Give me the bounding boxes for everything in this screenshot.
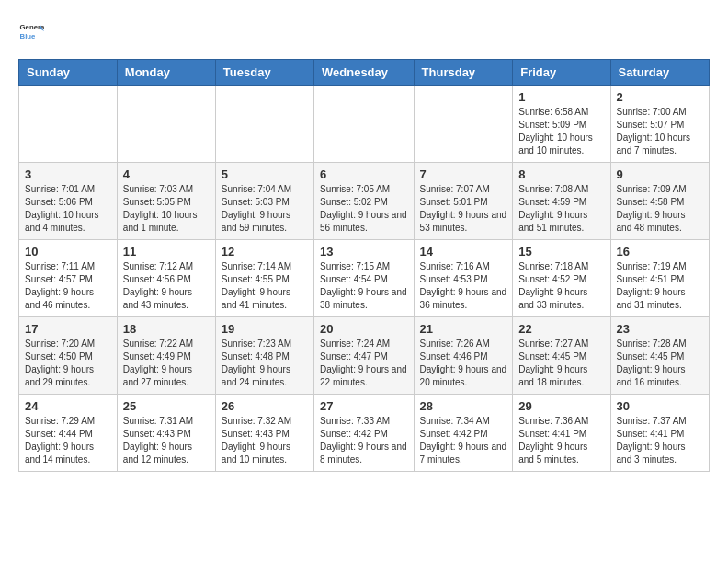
calendar-table: SundayMondayTuesdayWednesdayThursdayFrid… [18,59,710,472]
day-number: 19 [222,322,308,336]
calendar-cell: 20Sunrise: 7:24 AM Sunset: 4:47 PM Dayli… [314,317,415,395]
weekday-header-monday: Monday [117,60,215,86]
day-info: Sunrise: 7:29 AM Sunset: 4:44 PM Dayligh… [25,415,111,466]
day-number: 24 [25,399,111,413]
day-info: Sunrise: 7:14 AM Sunset: 4:55 PM Dayligh… [222,260,308,312]
calendar-cell: 16Sunrise: 7:19 AM Sunset: 4:51 PM Dayli… [610,240,709,317]
calendar-cell: 5Sunrise: 7:04 AM Sunset: 5:03 PM Daylig… [215,163,313,240]
calendar-cell: 21Sunrise: 7:26 AM Sunset: 4:46 PM Dayli… [414,317,513,395]
day-number: 18 [123,322,210,336]
weekday-header-friday: Friday [513,60,610,86]
logo-icon: General Blue [18,18,44,44]
calendar-cell: 9Sunrise: 7:09 AM Sunset: 4:58 PM Daylig… [610,163,709,240]
day-info: Sunrise: 7:16 AM Sunset: 4:53 PM Dayligh… [420,260,507,312]
day-number: 8 [518,167,604,181]
calendar-cell [117,86,215,163]
day-info: Sunrise: 7:20 AM Sunset: 4:50 PM Dayligh… [25,338,111,389]
calendar-cell: 2Sunrise: 7:00 AM Sunset: 5:07 PM Daylig… [610,86,709,163]
calendar-cell: 12Sunrise: 7:14 AM Sunset: 4:55 PM Dayli… [215,240,313,317]
day-number: 9 [617,167,703,181]
day-number: 14 [420,245,507,259]
day-number: 29 [518,399,604,413]
day-number: 13 [320,245,408,259]
calendar-cell: 30Sunrise: 7:37 AM Sunset: 4:41 PM Dayli… [610,395,709,472]
calendar-cell [19,86,118,163]
calendar-header: SundayMondayTuesdayWednesdayThursdayFrid… [19,60,710,86]
day-number: 21 [420,322,507,336]
day-number: 5 [222,167,308,181]
calendar-cell: 26Sunrise: 7:32 AM Sunset: 4:43 PM Dayli… [215,395,313,472]
day-number: 25 [123,399,210,413]
calendar-cell [215,86,313,163]
calendar-cell: 17Sunrise: 7:20 AM Sunset: 4:50 PM Dayli… [19,317,118,395]
day-number: 12 [222,245,308,259]
calendar-cell: 1Sunrise: 6:58 AM Sunset: 5:09 PM Daylig… [513,86,610,163]
day-number: 10 [25,245,111,259]
day-info: Sunrise: 7:00 AM Sunset: 5:07 PM Dayligh… [617,106,703,157]
day-number: 22 [518,322,604,336]
weekday-header-sunday: Sunday [19,60,118,86]
calendar-row: 24Sunrise: 7:29 AM Sunset: 4:44 PM Dayli… [19,395,710,472]
day-number: 15 [518,245,604,259]
calendar-cell: 6Sunrise: 7:05 AM Sunset: 5:02 PM Daylig… [314,163,415,240]
day-number: 27 [320,399,408,413]
calendar-cell: 11Sunrise: 7:12 AM Sunset: 4:56 PM Dayli… [117,240,215,317]
calendar-cell: 27Sunrise: 7:33 AM Sunset: 4:42 PM Dayli… [314,395,415,472]
calendar-cell: 8Sunrise: 7:08 AM Sunset: 4:59 PM Daylig… [513,163,610,240]
day-info: Sunrise: 7:24 AM Sunset: 4:47 PM Dayligh… [320,338,408,389]
calendar-cell: 4Sunrise: 7:03 AM Sunset: 5:05 PM Daylig… [117,163,215,240]
logo: General Blue [18,18,48,44]
calendar-cell: 23Sunrise: 7:28 AM Sunset: 4:45 PM Dayli… [610,317,709,395]
calendar-cell: 28Sunrise: 7:34 AM Sunset: 4:42 PM Dayli… [414,395,513,472]
calendar-row: 3Sunrise: 7:01 AM Sunset: 5:06 PM Daylig… [19,163,710,240]
day-info: Sunrise: 7:37 AM Sunset: 4:41 PM Dayligh… [617,415,703,466]
day-info: Sunrise: 7:09 AM Sunset: 4:58 PM Dayligh… [617,183,703,235]
calendar-cell: 14Sunrise: 7:16 AM Sunset: 4:53 PM Dayli… [414,240,513,317]
day-info: Sunrise: 7:27 AM Sunset: 4:45 PM Dayligh… [518,338,604,389]
day-info: Sunrise: 7:07 AM Sunset: 5:01 PM Dayligh… [420,183,507,235]
day-info: Sunrise: 7:34 AM Sunset: 4:42 PM Dayligh… [420,415,507,466]
day-info: Sunrise: 7:18 AM Sunset: 4:52 PM Dayligh… [518,260,604,312]
day-info: Sunrise: 7:26 AM Sunset: 4:46 PM Dayligh… [420,338,507,389]
calendar-cell: 19Sunrise: 7:23 AM Sunset: 4:48 PM Dayli… [215,317,313,395]
page-header: General Blue [18,18,710,44]
calendar-cell: 18Sunrise: 7:22 AM Sunset: 4:49 PM Dayli… [117,317,215,395]
calendar-row: 1Sunrise: 6:58 AM Sunset: 5:09 PM Daylig… [19,86,710,163]
calendar-cell: 22Sunrise: 7:27 AM Sunset: 4:45 PM Dayli… [513,317,610,395]
day-number: 3 [25,167,111,181]
day-number: 20 [320,322,408,336]
calendar-cell: 15Sunrise: 7:18 AM Sunset: 4:52 PM Dayli… [513,240,610,317]
day-info: Sunrise: 7:03 AM Sunset: 5:05 PM Dayligh… [123,183,210,235]
day-number: 4 [123,167,210,181]
calendar-cell: 24Sunrise: 7:29 AM Sunset: 4:44 PM Dayli… [19,395,118,472]
day-number: 7 [420,167,507,181]
calendar-cell: 25Sunrise: 7:31 AM Sunset: 4:43 PM Dayli… [117,395,215,472]
calendar-cell: 7Sunrise: 7:07 AM Sunset: 5:01 PM Daylig… [414,163,513,240]
calendar-cell: 13Sunrise: 7:15 AM Sunset: 4:54 PM Dayli… [314,240,415,317]
header-row: SundayMondayTuesdayWednesdayThursdayFrid… [19,60,710,86]
day-info: Sunrise: 7:36 AM Sunset: 4:41 PM Dayligh… [518,415,604,466]
day-number: 26 [222,399,308,413]
day-info: Sunrise: 7:32 AM Sunset: 4:43 PM Dayligh… [222,415,308,466]
day-number: 2 [617,90,703,104]
calendar-cell [414,86,513,163]
day-info: Sunrise: 7:15 AM Sunset: 4:54 PM Dayligh… [320,260,408,312]
svg-text:Blue: Blue [20,32,37,40]
day-info: Sunrise: 7:12 AM Sunset: 4:56 PM Dayligh… [123,260,210,312]
day-info: Sunrise: 7:19 AM Sunset: 4:51 PM Dayligh… [617,260,703,312]
day-info: Sunrise: 7:01 AM Sunset: 5:06 PM Dayligh… [25,183,111,235]
calendar-cell: 3Sunrise: 7:01 AM Sunset: 5:06 PM Daylig… [19,163,118,240]
weekday-header-saturday: Saturday [610,60,709,86]
day-info: Sunrise: 7:28 AM Sunset: 4:45 PM Dayligh… [617,338,703,389]
calendar-row: 10Sunrise: 7:11 AM Sunset: 4:57 PM Dayli… [19,240,710,317]
day-info: Sunrise: 7:33 AM Sunset: 4:42 PM Dayligh… [320,415,408,466]
calendar-cell [314,86,415,163]
calendar-row: 17Sunrise: 7:20 AM Sunset: 4:50 PM Dayli… [19,317,710,395]
day-number: 6 [320,167,408,181]
calendar-cell: 10Sunrise: 7:11 AM Sunset: 4:57 PM Dayli… [19,240,118,317]
day-number: 28 [420,399,507,413]
day-number: 11 [123,245,210,259]
day-number: 1 [518,90,604,104]
day-info: Sunrise: 7:04 AM Sunset: 5:03 PM Dayligh… [222,183,308,235]
day-info: Sunrise: 7:23 AM Sunset: 4:48 PM Dayligh… [222,338,308,389]
